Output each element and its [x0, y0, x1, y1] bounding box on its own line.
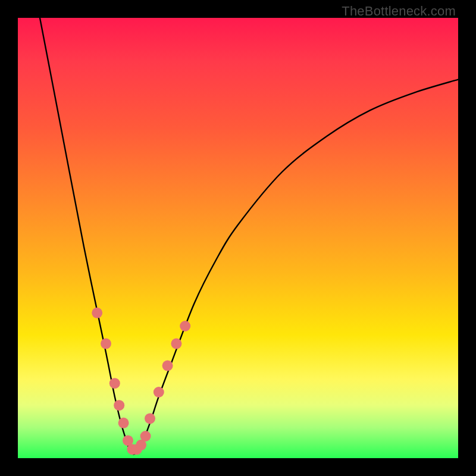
data-marker	[154, 387, 164, 397]
data-marker	[118, 418, 129, 428]
watermark-text: TheBottleneck.com	[342, 4, 456, 19]
data-marker	[145, 413, 155, 424]
data-marker	[171, 339, 181, 349]
curve-layer	[18, 18, 458, 458]
data-marker	[101, 339, 111, 349]
data-marker	[109, 378, 120, 389]
data-marker	[92, 308, 102, 318]
chart-frame: TheBottleneck.com	[0, 0, 476, 476]
data-marker	[140, 431, 151, 441]
data-marker	[162, 361, 173, 371]
bottleneck-curve	[40, 18, 458, 454]
data-marker	[180, 321, 190, 331]
data-marker	[114, 400, 124, 411]
plot-area	[18, 18, 458, 458]
data-markers	[92, 308, 190, 455]
